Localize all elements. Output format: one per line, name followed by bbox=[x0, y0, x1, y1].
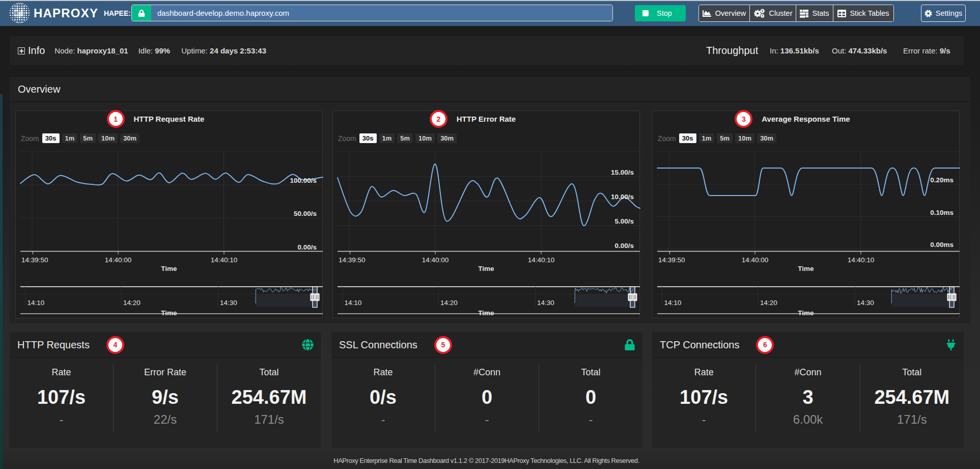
svg-text:14:10: 14:10 bbox=[664, 299, 682, 307]
svg-text:14:40:00: 14:40:00 bbox=[105, 256, 132, 264]
svg-text:15.00/s: 15.00/s bbox=[611, 169, 634, 176]
svg-text:0.00ms: 0.00ms bbox=[930, 241, 954, 249]
svg-text:5.00/s: 5.00/s bbox=[614, 217, 634, 225]
svg-text:0.10ms: 0.10ms bbox=[930, 209, 954, 216]
svg-text:14:20: 14:20 bbox=[440, 299, 458, 307]
svg-text:14:30: 14:30 bbox=[537, 299, 554, 307]
svg-text:14:40:10: 14:40:10 bbox=[848, 256, 875, 264]
svg-text:0.20ms: 0.20ms bbox=[930, 176, 954, 184]
svg-text:14:10: 14:10 bbox=[27, 299, 45, 307]
svg-text:14:20: 14:20 bbox=[760, 299, 777, 307]
svg-text:14:39:50: 14:39:50 bbox=[21, 256, 48, 264]
svg-text:Time: Time bbox=[161, 309, 177, 317]
svg-text:Time: Time bbox=[798, 265, 814, 272]
svg-text:Time: Time bbox=[478, 265, 494, 272]
svg-text:14:30: 14:30 bbox=[857, 299, 874, 307]
svg-text:14:20: 14:20 bbox=[123, 299, 141, 307]
svg-text:14:39:50: 14:39:50 bbox=[339, 256, 366, 264]
svg-text:0.00/s: 0.00/s bbox=[614, 242, 634, 250]
svg-text:Time: Time bbox=[478, 309, 494, 317]
svg-text:14:40:10: 14:40:10 bbox=[528, 256, 555, 264]
svg-text:14:40:10: 14:40:10 bbox=[211, 256, 238, 264]
svg-text:14:40:00: 14:40:00 bbox=[742, 256, 769, 264]
svg-text:50.00/s: 50.00/s bbox=[294, 210, 317, 217]
svg-text:100.00/s: 100.00/s bbox=[290, 177, 317, 184]
svg-text:14:30: 14:30 bbox=[220, 299, 237, 307]
svg-text:14:40:00: 14:40:00 bbox=[422, 256, 449, 264]
svg-text:0.00/s: 0.00/s bbox=[297, 243, 317, 251]
svg-text:10.00/s: 10.00/s bbox=[611, 193, 634, 201]
svg-text:Time: Time bbox=[798, 309, 814, 317]
svg-text:14:39:50: 14:39:50 bbox=[658, 256, 685, 264]
svg-text:14:10: 14:10 bbox=[345, 299, 362, 307]
svg-text:Time: Time bbox=[161, 265, 177, 272]
